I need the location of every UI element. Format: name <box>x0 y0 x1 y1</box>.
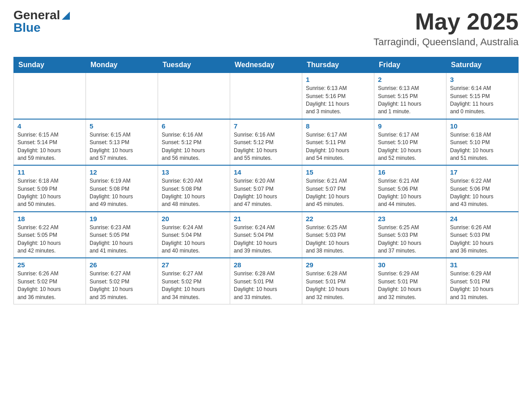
calendar-cell: 7Sunrise: 6:16 AM Sunset: 5:12 PM Daylig… <box>230 119 302 166</box>
day-info: Sunrise: 6:20 AM Sunset: 5:08 PM Dayligh… <box>162 177 226 209</box>
calendar-cell: 9Sunrise: 6:17 AM Sunset: 5:10 PM Daylig… <box>374 119 446 166</box>
day-number: 28 <box>234 261 298 269</box>
day-info: Sunrise: 6:29 AM Sunset: 5:01 PM Dayligh… <box>450 270 515 301</box>
calendar-week-row: 4Sunrise: 6:15 AM Sunset: 5:14 PM Daylig… <box>14 119 519 166</box>
day-number: 26 <box>90 261 154 269</box>
day-info: Sunrise: 6:17 AM Sunset: 5:11 PM Dayligh… <box>306 131 370 163</box>
page-header: General Blue May 2025 Tarragindi, Queens… <box>13 9 519 48</box>
day-number: 14 <box>234 168 298 176</box>
calendar-cell: 29Sunrise: 6:28 AM Sunset: 5:01 PM Dayli… <box>302 258 374 304</box>
calendar-header-sunday: Sunday <box>14 57 86 73</box>
day-info: Sunrise: 6:29 AM Sunset: 5:01 PM Dayligh… <box>378 270 442 301</box>
calendar-cell: 1Sunrise: 6:13 AM Sunset: 5:16 PM Daylig… <box>302 73 374 119</box>
calendar-header-monday: Monday <box>86 57 158 73</box>
calendar-cell: 27Sunrise: 6:27 AM Sunset: 5:02 PM Dayli… <box>158 258 230 304</box>
calendar-header-friday: Friday <box>374 57 446 73</box>
day-number: 7 <box>234 122 298 130</box>
logo: General Blue <box>13 9 70 34</box>
day-info: Sunrise: 6:23 AM Sunset: 5:05 PM Dayligh… <box>90 224 154 255</box>
day-number: 8 <box>306 122 370 130</box>
calendar-cell: 6Sunrise: 6:16 AM Sunset: 5:12 PM Daylig… <box>158 119 230 166</box>
day-number: 12 <box>90 168 154 176</box>
logo-general: General <box>13 9 60 21</box>
day-number: 9 <box>378 122 442 130</box>
day-number: 16 <box>378 168 442 176</box>
day-number: 1 <box>306 76 370 83</box>
day-info: Sunrise: 6:21 AM Sunset: 5:06 PM Dayligh… <box>378 177 442 209</box>
calendar-week-row: 18Sunrise: 6:22 AM Sunset: 5:05 PM Dayli… <box>14 212 519 258</box>
day-info: Sunrise: 6:15 AM Sunset: 5:14 PM Dayligh… <box>17 131 82 163</box>
day-info: Sunrise: 6:15 AM Sunset: 5:13 PM Dayligh… <box>90 131 154 163</box>
day-number: 11 <box>17 168 82 176</box>
calendar-cell: 8Sunrise: 6:17 AM Sunset: 5:11 PM Daylig… <box>302 119 374 166</box>
calendar-cell: 31Sunrise: 6:29 AM Sunset: 5:01 PM Dayli… <box>446 258 519 304</box>
day-number: 15 <box>306 168 370 176</box>
day-number: 23 <box>378 215 442 223</box>
day-info: Sunrise: 6:13 AM Sunset: 5:15 PM Dayligh… <box>378 85 442 116</box>
calendar-cell: 13Sunrise: 6:20 AM Sunset: 5:08 PM Dayli… <box>158 165 230 212</box>
calendar-cell: 12Sunrise: 6:19 AM Sunset: 5:08 PM Dayli… <box>86 165 158 212</box>
day-number: 6 <box>162 122 226 130</box>
day-info: Sunrise: 6:16 AM Sunset: 5:12 PM Dayligh… <box>234 131 298 163</box>
day-number: 2 <box>378 76 442 83</box>
calendar-week-row: 11Sunrise: 6:18 AM Sunset: 5:09 PM Dayli… <box>14 165 519 212</box>
calendar-cell: 4Sunrise: 6:15 AM Sunset: 5:14 PM Daylig… <box>14 119 86 166</box>
day-info: Sunrise: 6:28 AM Sunset: 5:01 PM Dayligh… <box>234 270 298 301</box>
day-number: 3 <box>450 76 515 83</box>
month-year-title: May 2025 <box>373 9 519 34</box>
day-info: Sunrise: 6:25 AM Sunset: 5:03 PM Dayligh… <box>378 224 442 255</box>
calendar-cell <box>230 73 302 119</box>
calendar-cell <box>14 73 86 119</box>
calendar-cell: 19Sunrise: 6:23 AM Sunset: 5:05 PM Dayli… <box>86 212 158 258</box>
calendar-header-thursday: Thursday <box>302 57 374 73</box>
calendar-cell: 30Sunrise: 6:29 AM Sunset: 5:01 PM Dayli… <box>374 258 446 304</box>
day-info: Sunrise: 6:25 AM Sunset: 5:03 PM Dayligh… <box>306 224 370 255</box>
logo-triangle-icon <box>62 12 70 20</box>
day-info: Sunrise: 6:20 AM Sunset: 5:07 PM Dayligh… <box>234 177 298 209</box>
day-number: 10 <box>450 122 515 130</box>
calendar-table: SundayMondayTuesdayWednesdayThursdayFrid… <box>13 57 519 304</box>
calendar-cell <box>158 73 230 119</box>
day-info: Sunrise: 6:26 AM Sunset: 5:02 PM Dayligh… <box>17 270 82 301</box>
calendar-header-wednesday: Wednesday <box>230 57 302 73</box>
day-info: Sunrise: 6:22 AM Sunset: 5:05 PM Dayligh… <box>17 224 82 255</box>
day-number: 31 <box>450 261 515 269</box>
day-number: 13 <box>162 168 226 176</box>
day-number: 24 <box>450 215 515 223</box>
calendar-cell: 17Sunrise: 6:22 AM Sunset: 5:06 PM Dayli… <box>446 165 519 212</box>
day-info: Sunrise: 6:14 AM Sunset: 5:15 PM Dayligh… <box>450 85 515 116</box>
day-info: Sunrise: 6:27 AM Sunset: 5:02 PM Dayligh… <box>162 270 226 301</box>
calendar-cell: 11Sunrise: 6:18 AM Sunset: 5:09 PM Dayli… <box>14 165 86 212</box>
day-info: Sunrise: 6:17 AM Sunset: 5:10 PM Dayligh… <box>378 131 442 163</box>
day-info: Sunrise: 6:28 AM Sunset: 5:01 PM Dayligh… <box>306 270 370 301</box>
calendar-week-row: 1Sunrise: 6:13 AM Sunset: 5:16 PM Daylig… <box>14 73 519 119</box>
day-info: Sunrise: 6:13 AM Sunset: 5:16 PM Dayligh… <box>306 85 370 116</box>
location-subtitle: Tarragindi, Queensland, Australia <box>373 36 519 48</box>
day-number: 30 <box>378 261 442 269</box>
calendar-header-row: SundayMondayTuesdayWednesdayThursdayFrid… <box>14 57 519 73</box>
day-number: 18 <box>17 215 82 223</box>
day-number: 29 <box>306 261 370 269</box>
calendar-week-row: 25Sunrise: 6:26 AM Sunset: 5:02 PM Dayli… <box>14 258 519 304</box>
day-number: 17 <box>450 168 515 176</box>
calendar-cell: 24Sunrise: 6:26 AM Sunset: 5:03 PM Dayli… <box>446 212 519 258</box>
calendar-header-saturday: Saturday <box>446 57 519 73</box>
calendar-cell: 14Sunrise: 6:20 AM Sunset: 5:07 PM Dayli… <box>230 165 302 212</box>
calendar-cell: 2Sunrise: 6:13 AM Sunset: 5:15 PM Daylig… <box>374 73 446 119</box>
day-number: 19 <box>90 215 154 223</box>
day-info: Sunrise: 6:19 AM Sunset: 5:08 PM Dayligh… <box>90 177 154 209</box>
day-number: 20 <box>162 215 226 223</box>
calendar-cell: 23Sunrise: 6:25 AM Sunset: 5:03 PM Dayli… <box>374 212 446 258</box>
logo-blue: Blue <box>13 21 41 34</box>
calendar-cell: 20Sunrise: 6:24 AM Sunset: 5:04 PM Dayli… <box>158 212 230 258</box>
day-info: Sunrise: 6:24 AM Sunset: 5:04 PM Dayligh… <box>234 224 298 255</box>
calendar-cell: 15Sunrise: 6:21 AM Sunset: 5:07 PM Dayli… <box>302 165 374 212</box>
calendar-cell <box>86 73 158 119</box>
day-number: 27 <box>162 261 226 269</box>
day-info: Sunrise: 6:26 AM Sunset: 5:03 PM Dayligh… <box>450 224 515 255</box>
calendar-cell: 26Sunrise: 6:27 AM Sunset: 5:02 PM Dayli… <box>86 258 158 304</box>
calendar-cell: 10Sunrise: 6:18 AM Sunset: 5:10 PM Dayli… <box>446 119 519 166</box>
day-number: 21 <box>234 215 298 223</box>
day-info: Sunrise: 6:22 AM Sunset: 5:06 PM Dayligh… <box>450 177 515 209</box>
calendar-cell: 28Sunrise: 6:28 AM Sunset: 5:01 PM Dayli… <box>230 258 302 304</box>
